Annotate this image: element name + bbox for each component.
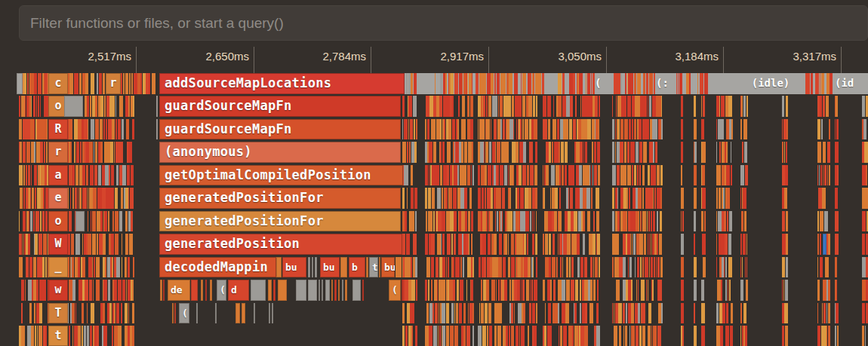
flame-stripe[interactable] [425,119,426,140]
flame-frame-segment[interactable] [172,303,174,324]
flame-stripe[interactable] [547,234,548,255]
flame-stripe[interactable] [127,165,130,186]
flame-stripe[interactable] [509,73,512,94]
flame-stripe[interactable] [694,280,697,301]
flame-stripe[interactable] [115,211,119,232]
flame-stripe[interactable] [785,165,788,186]
flame-stripe[interactable] [862,326,864,346]
flame-stripe[interactable] [552,257,556,278]
flame-stripe[interactable] [786,211,788,232]
flame-stripe[interactable] [728,280,728,301]
flame-stripe[interactable] [817,234,819,255]
flame-frame-segment[interactable] [210,280,212,301]
flame-stripe[interactable] [20,188,23,209]
flame-frame[interactable]: bu [381,257,395,278]
flame-stripe[interactable] [740,119,742,140]
flame-stripe[interactable] [508,257,510,278]
flame-stripe[interactable] [516,119,517,140]
flame-stripe[interactable] [625,73,626,94]
flame-frame-letter[interactable]: w [48,280,68,301]
flame-frame[interactable]: de [168,280,190,301]
flame-frame-segment[interactable] [278,280,287,301]
flame-stripe[interactable] [112,119,115,140]
flame-stripe[interactable] [426,303,429,324]
flame-stripe[interactable] [34,73,37,94]
flame-frame-segment[interactable] [296,280,306,301]
flame-stripe[interactable] [647,211,648,232]
flame-stripe[interactable] [472,165,474,186]
flame-stripe[interactable] [612,96,613,117]
flame-stripe[interactable] [466,326,470,346]
flame-stripe[interactable] [435,73,436,94]
flame-stripe[interactable] [648,280,648,301]
flame-stripe[interactable] [428,280,429,301]
flame-stripe[interactable] [704,73,708,94]
flame-stripe[interactable] [45,257,47,278]
flame-stripe[interactable] [746,234,747,255]
flame-stripe[interactable] [653,142,654,163]
flame-stripe[interactable] [744,142,747,163]
flame-stripe[interactable] [445,257,445,278]
flame-stripe[interactable] [646,280,647,301]
flame-stripe[interactable] [553,234,555,255]
flame-stripe[interactable] [429,326,432,346]
flame-stripe[interactable] [472,326,474,346]
flame-stripe[interactable] [620,73,622,94]
flame-stripe[interactable] [411,303,414,324]
flame-stripe[interactable] [619,326,621,346]
flame-stripe[interactable] [517,188,519,209]
flame-stripe[interactable] [91,73,94,94]
flame-stripe[interactable] [522,165,526,186]
flame-stripe[interactable] [92,211,96,232]
flame-stripe[interactable] [521,326,525,346]
flame-stripe[interactable] [629,257,632,278]
flame-stripe[interactable] [649,211,650,232]
flame-stripe[interactable] [498,96,499,117]
flame-stripe[interactable] [596,326,600,346]
flame-stripe[interactable] [93,188,97,209]
flame-stripe[interactable] [90,326,92,346]
flame-stripe[interactable] [31,165,32,186]
flame-stripe[interactable] [821,119,823,140]
flame-stripe[interactable] [425,234,428,255]
flame-stripe[interactable] [129,73,131,94]
flame-stripe[interactable] [88,188,88,209]
flame-stripe[interactable] [653,326,657,346]
flame-stripe[interactable] [591,188,593,209]
flame-stripe[interactable] [402,326,405,346]
flame-stripe[interactable] [862,96,865,117]
flame-stripe[interactable] [485,165,487,186]
flame-stripe[interactable] [450,234,451,255]
flame-stripe[interactable] [530,73,531,94]
flame-stripe[interactable] [35,234,38,255]
flame-stripe[interactable] [826,96,829,117]
flame-stripe[interactable] [454,211,457,232]
flame-stripe[interactable] [496,280,497,301]
flame-stripe[interactable] [462,96,465,117]
flame-stripe[interactable] [694,165,697,186]
flame-stripe[interactable] [128,303,129,324]
flame-stripe[interactable] [637,257,639,278]
flame-stripe[interactable] [485,142,488,163]
flame-stripe[interactable] [596,188,599,209]
flame-stripe[interactable] [551,165,555,186]
flame-stripe[interactable] [118,280,122,301]
flame-stripe[interactable] [457,119,459,140]
flame-stripe[interactable] [519,165,522,186]
flame-stripe[interactable] [593,165,593,186]
flame-stripe[interactable] [121,188,123,209]
flame-stripe[interactable] [726,165,730,186]
flame-stripe[interactable] [469,234,469,255]
flame-stripe[interactable] [456,303,458,324]
flame-stripe[interactable] [122,165,126,186]
flame-stripe[interactable] [91,119,94,140]
flame-stripe[interactable] [580,96,581,117]
flame-stripe[interactable] [827,142,830,163]
flame-frame-segment[interactable] [273,280,275,301]
flame-stripe[interactable] [822,188,826,209]
flame-stripe[interactable] [704,211,706,232]
flame-stripe[interactable] [694,326,697,346]
flame-stripe[interactable] [535,188,537,209]
flame-stripe[interactable] [129,234,133,255]
flame-stripe[interactable] [701,119,704,140]
